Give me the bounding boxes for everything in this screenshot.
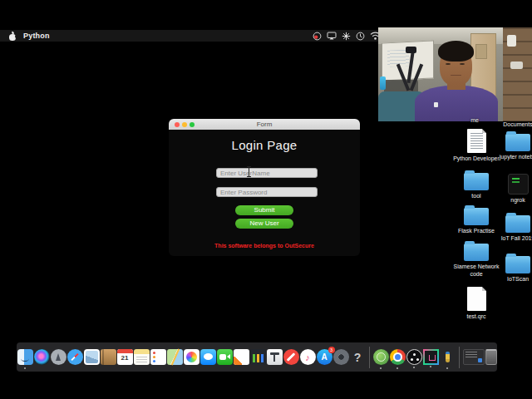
record-icon[interactable]	[313, 32, 322, 41]
desktop-icon-label: Siamese Network code	[453, 264, 500, 278]
maps-icon[interactable]	[167, 349, 183, 365]
terminal-icon	[508, 174, 529, 195]
safari-icon[interactable]	[67, 349, 83, 365]
pycharm-icon[interactable]	[423, 349, 439, 365]
keynote-icon[interactable]	[267, 349, 283, 365]
document-icon	[467, 129, 486, 153]
photos-icon[interactable]	[184, 349, 200, 365]
person-shirt	[415, 86, 498, 121]
desktop-icon-label: tool	[471, 193, 480, 200]
submit-button[interactable]: Submit	[235, 205, 293, 215]
folder-icon	[505, 134, 530, 151]
menu-status-area	[313, 31, 381, 41]
system-preferences-icon[interactable]	[333, 349, 349, 365]
reminders-icon[interactable]	[150, 349, 166, 365]
fan-icon[interactable]	[342, 32, 351, 41]
desktop-icon-jupyter-notebo[interactable]: jupyter notebo	[495, 131, 532, 161]
folder-icon	[505, 256, 530, 273]
folder-icon	[464, 244, 489, 261]
apple-menu-icon[interactable]	[8, 32, 17, 41]
pages-icon[interactable]	[234, 349, 249, 365]
login-window: Form Login Page Submit New User This sof…	[169, 119, 360, 256]
folder-icon	[464, 173, 489, 190]
zoom-button[interactable]	[190, 122, 195, 127]
obs-icon[interactable]	[406, 349, 422, 365]
desktop-icon-tool[interactable]: tool	[453, 170, 500, 200]
window-title: Form	[257, 121, 273, 128]
finder-icon[interactable]	[17, 349, 33, 365]
window-body: Login Page Submit New User This software…	[169, 130, 360, 256]
desktop-icon-siamese-network-code[interactable]: Siamese Network code	[453, 240, 500, 278]
desktop-icon-label: test.qrc	[467, 313, 486, 321]
facetime-icon[interactable]	[217, 349, 233, 365]
app-store-icon[interactable]: A3	[317, 349, 332, 365]
desktop-icon-ngrok[interactable]: ngrok	[495, 174, 532, 204]
airplay-display-icon[interactable]	[327, 32, 337, 40]
anaconda-icon[interactable]	[373, 349, 389, 365]
password-input[interactable]	[216, 187, 318, 197]
webcam-overlay	[378, 27, 532, 121]
desktop-icon-label: me	[470, 117, 479, 125]
person-eye	[460, 63, 465, 65]
desktop-icon-python-developer[interactable]: Python Developer	[453, 129, 500, 163]
itunes-glyph: ♪	[300, 349, 316, 365]
desktop-icon-me[interactable]: me	[451, 117, 498, 125]
dock: 21♪A3?	[17, 342, 497, 372]
running-indicator-dot	[413, 367, 415, 368]
door-panel	[475, 44, 488, 59]
desktop-icon-iot-fall-2019[interactable]: IoT Fall 2019	[495, 212, 532, 243]
dock-separator	[369, 347, 370, 368]
window-titlebar[interactable]: Form	[169, 119, 360, 130]
running-indicator-dot	[397, 367, 398, 369]
shirt-logo	[434, 102, 439, 107]
dock-separator	[459, 347, 460, 368]
tripod-head	[406, 47, 416, 53]
numbers-icon[interactable]	[250, 349, 266, 365]
running-indicator-dot	[446, 367, 448, 369]
preview-icon[interactable]	[84, 349, 100, 365]
desktop-icon-label: Documents	[503, 121, 532, 129]
text-cursor	[246, 166, 252, 177]
water-bottle	[380, 76, 386, 90]
desktop-icon-label: IoTScan	[507, 276, 529, 283]
person-mouth	[451, 75, 461, 76]
active-app-menu[interactable]: Python	[23, 32, 50, 40]
running-indicator-dot	[430, 366, 431, 367]
messages-icon[interactable]	[200, 349, 216, 365]
new-user-button[interactable]: New User	[235, 219, 293, 229]
missing-app-icon[interactable]: ?	[350, 349, 366, 365]
notes-icon[interactable]	[134, 349, 150, 365]
minimize-button[interactable]	[182, 122, 187, 127]
chrome-icon[interactable]	[390, 349, 406, 365]
no-entry-icon[interactable]	[283, 349, 299, 365]
running-indicator-dot	[24, 367, 26, 369]
page-title: Login Page	[169, 138, 360, 152]
desktop-icon-flask-practise[interactable]: Flask Practise	[453, 204, 500, 235]
desktop-icon-iotscan[interactable]: IoTScan	[495, 253, 532, 283]
desktop-icon-label: IoT Fall 2019	[501, 235, 532, 243]
running-indicator-dot	[380, 367, 382, 369]
desktop-icon-documents[interactable]: Documents	[495, 121, 532, 129]
contacts-icon[interactable]	[101, 349, 116, 365]
desktop-icon-test-qrc[interactable]: test.qrc	[453, 287, 500, 321]
launchpad-icon[interactable]	[51, 349, 66, 365]
desktop-icon-label: Flask Practise	[458, 228, 495, 235]
folder-icon	[505, 215, 530, 233]
minimized-window-icon[interactable]	[463, 349, 485, 365]
missing-app-glyph: ?	[350, 349, 366, 365]
folder-icon	[464, 208, 489, 225]
desktop-icon-label: ngrok	[510, 197, 525, 204]
screen: Python meDoc	[0, 0, 532, 399]
lamp-app-icon[interactable]	[440, 349, 456, 365]
itunes-icon[interactable]: ♪	[300, 349, 316, 365]
calendar-icon[interactable]: 21	[117, 349, 133, 365]
close-button[interactable]	[175, 122, 180, 127]
clock-icon[interactable]	[356, 32, 365, 41]
siri-icon[interactable]	[34, 349, 50, 365]
username-input[interactable]	[216, 168, 318, 178]
shelf-object	[510, 62, 523, 69]
calendar-day: 21	[117, 354, 133, 362]
desktop-icon-label: jupyter notebo	[500, 154, 532, 161]
trash-icon[interactable]	[485, 349, 497, 365]
shelf-object	[507, 35, 516, 47]
